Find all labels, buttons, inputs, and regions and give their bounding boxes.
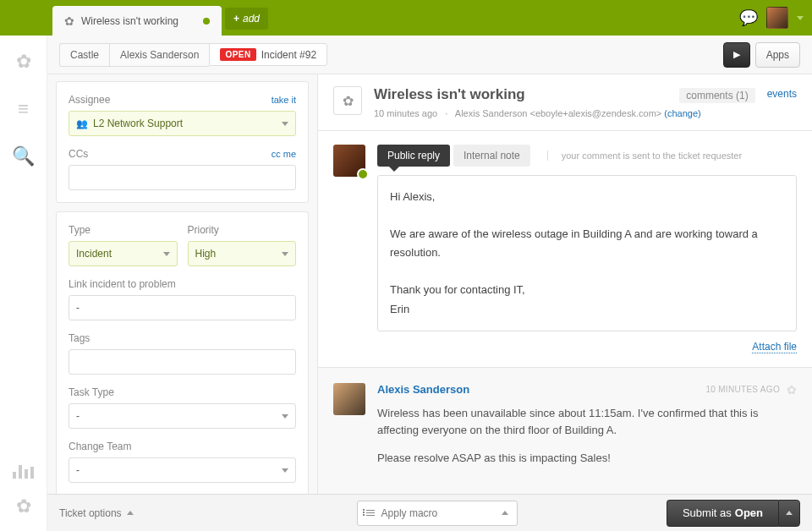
- status-dot-icon: [203, 18, 210, 25]
- ticket-age: 10 minutes ago: [374, 108, 437, 118]
- comment-gear-icon[interactable]: ✿: [787, 383, 797, 397]
- ticket-ref: Incident #92: [261, 49, 316, 61]
- chevron-down-icon: [282, 122, 288, 126]
- plus-icon: +: [233, 13, 239, 25]
- breadcrumb-org[interactable]: Castle: [59, 43, 109, 67]
- priority-select[interactable]: High: [188, 241, 297, 266]
- stats-icon[interactable]: [13, 462, 34, 479]
- gear-icon: ✿: [64, 14, 74, 28]
- topbar: ✿ Wireless isn't working + add 💬: [0, 0, 812, 36]
- search-icon[interactable]: 🔍: [12, 145, 35, 167]
- breadcrumb-requester[interactable]: Alexis Sanderson: [109, 43, 209, 67]
- comment-p1: Wireless has been unavailable since abou…: [377, 405, 797, 441]
- home-icon[interactable]: ✿: [16, 51, 31, 73]
- status-badge: OPEN: [220, 48, 255, 61]
- footer: Ticket options Apply macro Submit as Ope…: [47, 494, 812, 531]
- add-label: add: [243, 13, 260, 25]
- ticket-requester: Alexis Sanderson <eboyle+alexis@zendesk.…: [455, 108, 661, 118]
- chevron-down-icon: [282, 414, 288, 419]
- menu-icon[interactable]: ≡: [18, 98, 29, 120]
- chevron-up-icon: [127, 511, 134, 515]
- reply-hint: your comment is sent to the ticket reque…: [547, 151, 742, 161]
- breadcrumb-ticket: OPEN Incident #92: [209, 43, 327, 66]
- link-label: Link incident to problem: [69, 278, 296, 290]
- user-avatar[interactable]: [766, 7, 788, 29]
- ticket-sidebar: Assignee take it 👥L2 Network Support CCs…: [47, 74, 318, 494]
- cc-me-link[interactable]: cc me: [272, 149, 296, 159]
- ticket-title: Wireless isn't working: [374, 86, 525, 103]
- tab-title: Wireless isn't working: [81, 15, 178, 27]
- agent-avatar: [333, 145, 365, 177]
- chevron-down-icon: [282, 468, 288, 473]
- public-reply-tab[interactable]: Public reply: [377, 145, 450, 167]
- chat-icon[interactable]: 💬: [739, 8, 758, 27]
- task-type-select[interactable]: -: [69, 403, 296, 429]
- requester-avatar: [333, 383, 365, 415]
- comment-time: 10 MINUTES AGO: [705, 385, 780, 394]
- ticket-settings-button[interactable]: ✿: [333, 86, 362, 115]
- chevron-down-icon[interactable]: [797, 16, 804, 20]
- take-it-link[interactable]: take it: [272, 95, 296, 105]
- chevron-up-icon: [786, 511, 793, 515]
- left-rail: ✿ ≡ 🔍 ✿: [0, 36, 47, 531]
- internal-note-tab[interactable]: Internal note: [453, 145, 530, 167]
- content: Castle Alexis Sanderson OPEN Incident #9…: [47, 36, 812, 494]
- task-type-label: Task Type: [69, 386, 296, 398]
- ticket-header: ✿ Wireless isn't working comments (1) ev…: [318, 74, 812, 131]
- change-requester-link[interactable]: (change): [664, 108, 700, 118]
- link-problem-select[interactable]: -: [69, 295, 296, 320]
- comments-link[interactable]: comments (1): [679, 88, 754, 103]
- list-icon: [366, 510, 375, 516]
- assignee-label: Assignee: [69, 94, 110, 106]
- active-tab[interactable]: ✿ Wireless isn't working: [52, 6, 222, 36]
- apps-button[interactable]: Apps: [755, 42, 800, 68]
- assignee-select[interactable]: 👥L2 Network Support: [69, 111, 296, 136]
- submit-button[interactable]: Submit as Open: [667, 500, 778, 527]
- attach-file-link[interactable]: Attach file: [752, 341, 797, 353]
- change-team-label: Change Team: [69, 441, 296, 452]
- compose-area: Public reply Internal note your comment …: [318, 131, 812, 368]
- apply-macro-select[interactable]: Apply macro: [357, 501, 518, 526]
- play-button[interactable]: ▶: [723, 42, 750, 68]
- submit-dropdown-button[interactable]: [778, 500, 800, 527]
- type-label: Type: [69, 224, 178, 236]
- settings-icon[interactable]: ✿: [16, 495, 31, 517]
- chevron-down-icon: [282, 252, 288, 256]
- comment-author[interactable]: Alexis Sanderson: [377, 383, 469, 396]
- online-badge-icon: [357, 168, 369, 180]
- ccs-label: CCs: [69, 148, 88, 160]
- add-tab-button[interactable]: + add: [225, 8, 268, 30]
- breadcrumb-row: Castle Alexis Sanderson OPEN Incident #9…: [47, 36, 812, 74]
- events-link[interactable]: events: [767, 88, 797, 103]
- change-team-select[interactable]: -: [69, 457, 296, 483]
- comment: Alexis Sanderson 10 MINUTES AGO ✿ Wirele…: [318, 368, 812, 493]
- tags-input[interactable]: [69, 349, 296, 375]
- group-icon: 👥: [76, 118, 88, 129]
- compose-textarea[interactable]: Hi Alexis, We are aware of the wireless …: [377, 175, 797, 331]
- ticket-main: ✿ Wireless isn't working comments (1) ev…: [318, 74, 812, 494]
- priority-label: Priority: [188, 224, 297, 236]
- ticket-options-button[interactable]: Ticket options: [59, 507, 134, 519]
- ccs-input[interactable]: [69, 165, 296, 190]
- comment-p2: Please resolve ASAP as this is impacting…: [377, 450, 797, 468]
- chevron-up-icon: [502, 511, 508, 515]
- topbar-right: 💬: [739, 0, 812, 36]
- type-select[interactable]: Incident: [69, 241, 178, 266]
- tags-label: Tags: [69, 332, 296, 344]
- chevron-down-icon: [163, 252, 170, 256]
